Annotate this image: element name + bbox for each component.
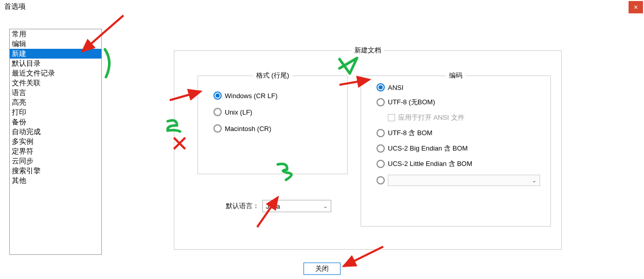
radio-label: UTF-8 (无BOM) xyxy=(388,98,435,107)
sidebar-item[interactable]: 其他 xyxy=(10,176,101,185)
format-group: 格式 (行尾) Windows (CR LF)Unix (LF)Macintos… xyxy=(198,76,348,174)
radio-icon xyxy=(377,98,385,106)
sidebar-item[interactable]: 打印 xyxy=(10,107,101,117)
checkbox-label: 应用于打开 ANSI 文件 xyxy=(398,113,464,122)
chevron-down-icon: ⌄ xyxy=(532,177,536,184)
format-radio[interactable]: Windows (CR LF) xyxy=(213,91,337,100)
default-language-select[interactable]: Java ⌄ xyxy=(262,200,331,212)
encoding-radio[interactable]: UCS-2 Big Endian 含 BOM xyxy=(377,144,540,153)
sidebar-item[interactable]: 定界符 xyxy=(10,146,101,156)
new-document-group: 新建文档 格式 (行尾) Windows (CR LF)Unix (LF)Mac… xyxy=(174,50,562,250)
radio-icon xyxy=(377,83,385,91)
encoding-radio[interactable]: UTF-8 含 BOM xyxy=(377,128,540,138)
radio-icon xyxy=(377,176,385,184)
chevron-down-icon: ⌄ xyxy=(323,203,328,210)
sidebar-item[interactable]: 新建 xyxy=(10,49,101,59)
default-language-value: Java xyxy=(266,202,280,210)
sidebar-item[interactable]: 搜索引擎 xyxy=(10,166,101,176)
radio-label: Unix (LF) xyxy=(225,108,252,116)
format-radio[interactable]: Unix (LF) xyxy=(213,108,337,116)
sidebar-item[interactable]: 常用 xyxy=(10,29,101,39)
radio-label: ANSI xyxy=(388,84,403,91)
radio-label: UCS-2 Big Endian 含 BOM xyxy=(388,144,468,153)
format-legend: 格式 (行尾) xyxy=(253,71,292,80)
encoding-radio[interactable]: UTF-8 (无BOM) xyxy=(377,98,540,107)
encoding-extra-select[interactable]: ⌄ xyxy=(388,175,540,186)
sidebar-item[interactable]: 备份 xyxy=(10,117,101,127)
checkbox-icon xyxy=(388,114,395,121)
apply-ansi-checkbox[interactable]: 应用于打开 ANSI 文件 xyxy=(388,113,540,122)
close-button[interactable]: 关闭 xyxy=(303,263,341,275)
category-list[interactable]: 常用编辑新建默认目录最近文件记录文件关联语言高亮打印备份自动完成多实例定界符云同… xyxy=(9,29,102,255)
encoding-radio[interactable]: ⌄ xyxy=(377,175,540,186)
radio-label: Windows (CR LF) xyxy=(225,92,278,100)
radio-icon xyxy=(213,108,222,116)
radio-icon xyxy=(213,91,222,100)
encoding-legend: 编码 xyxy=(446,71,466,80)
radio-icon xyxy=(377,144,385,153)
sidebar-item[interactable]: 高亮 xyxy=(10,98,101,107)
sidebar-item[interactable]: 默认目录 xyxy=(10,59,101,68)
radio-icon xyxy=(213,124,222,133)
sidebar-item[interactable]: 语言 xyxy=(10,88,101,98)
encoding-group: 编码 ANSIUTF-8 (无BOM)应用于打开 ANSI 文件UTF-8 含 … xyxy=(361,76,551,227)
new-document-legend: 新建文档 xyxy=(351,46,384,55)
encoding-radio[interactable]: UCS-2 Little Endian 含 BOM xyxy=(377,159,540,169)
encoding-radio[interactable]: ANSI xyxy=(377,83,540,91)
close-icon: × xyxy=(634,3,638,11)
window-title: 首选项 xyxy=(4,2,26,10)
radio-label: Macintosh (CR) xyxy=(225,125,271,133)
sidebar-item[interactable]: 最近文件记录 xyxy=(10,68,101,78)
radio-icon xyxy=(377,129,385,137)
format-radio[interactable]: Macintosh (CR) xyxy=(213,124,337,133)
radio-label: UTF-8 含 BOM xyxy=(388,128,433,138)
radio-icon xyxy=(377,160,385,168)
default-language-label: 默认语言： xyxy=(226,201,259,211)
window-close-button[interactable]: × xyxy=(629,1,643,13)
radio-label: UCS-2 Little Endian 含 BOM xyxy=(388,159,472,169)
sidebar-item[interactable]: 文件关联 xyxy=(10,78,101,88)
sidebar-item[interactable]: 多实例 xyxy=(10,137,101,146)
sidebar-item[interactable]: 自动完成 xyxy=(10,127,101,137)
sidebar-item[interactable]: 编辑 xyxy=(10,39,101,49)
sidebar-item[interactable]: 云同步 xyxy=(10,156,101,166)
